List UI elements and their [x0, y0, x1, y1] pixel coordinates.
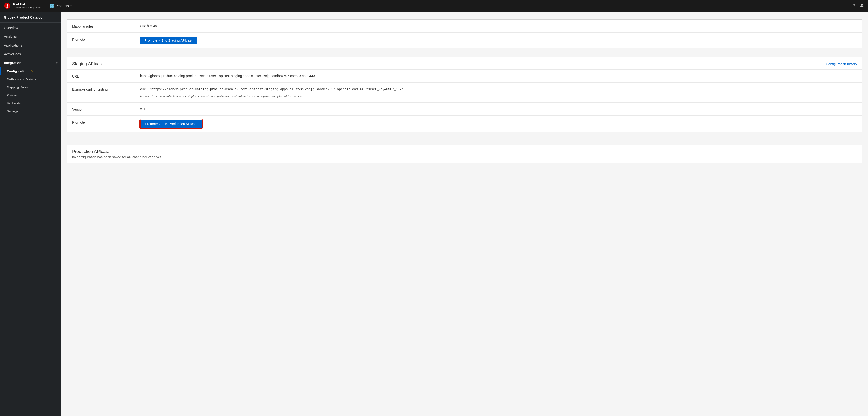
sidebar-item-applications[interactable]: Applications › — [0, 41, 61, 50]
sidebar-item-overview[interactable]: Overview — [0, 24, 61, 32]
production-apicast-panel: Production APIcast no configuration has … — [67, 145, 862, 163]
layout: Globex Product Catalog Overview Analytic… — [0, 12, 868, 416]
promote-staging-section: Promote Promote v. 2 to Staging APIcast — [67, 33, 862, 48]
url-label: URL — [72, 73, 140, 78]
staging-apicast-panel: Staging APIcast Configuration history UR… — [67, 57, 862, 132]
top-navigation: Red Hat 3scale API Management Products ▾… — [0, 0, 868, 12]
sidebar-product-name: Globex Product Catalog — [0, 12, 61, 23]
sidebar-item-activedocs[interactable]: ActiveDocs — [0, 50, 61, 59]
top-panel: Mapping rules / => hits.45 Promote Promo… — [67, 20, 862, 48]
promote-staging-button[interactable]: Promote v. 2 to Staging APIcast — [140, 37, 196, 44]
mapping-rules-section: Mapping rules / => hits.45 — [67, 20, 862, 33]
applications-chevron: › — [57, 44, 57, 47]
nav-left: Red Hat 3scale API Management Products ▾ — [4, 2, 72, 9]
sidebar-item-integration[interactable]: Integration ▾ — [0, 59, 61, 67]
production-note: no configuration has been saved for APIc… — [72, 155, 857, 159]
svg-rect-3 — [50, 6, 52, 7]
user-icon[interactable] — [860, 3, 864, 8]
sidebar: Globex Product Catalog Overview Analytic… — [0, 12, 61, 416]
nav-right: ? — [853, 3, 864, 8]
mapping-rules-value: / => hits.45 — [140, 24, 857, 29]
curl-label: Example curl for testing — [72, 86, 140, 92]
sidebar-section-main: Overview Analytics › Applications › Acti… — [0, 24, 61, 115]
sidebar-item-mapping-rules[interactable]: Mapping Rules — [0, 83, 61, 91]
brand: Red Hat 3scale API Management — [4, 2, 42, 9]
promote-production-button[interactable]: Promote v. 1 to Production APIcast — [140, 119, 202, 128]
svg-rect-1 — [50, 4, 52, 6]
help-icon[interactable]: ? — [853, 4, 855, 8]
production-panel-header: Production APIcast no configuration has … — [67, 145, 862, 163]
redhat-logo — [4, 2, 11, 9]
sidebar-item-analytics[interactable]: Analytics › — [0, 32, 61, 41]
brand-text: Red Hat 3scale API Management — [13, 2, 42, 9]
svg-point-5 — [861, 4, 863, 6]
product-name: 3scale API Management — [13, 6, 42, 9]
promote-production-action: Promote v. 1 to Production APIcast — [140, 119, 857, 128]
products-label: Products — [55, 4, 69, 8]
config-history-link[interactable]: Configuration history — [826, 62, 857, 66]
integration-chevron: ▾ — [56, 62, 57, 64]
company-name: Red Hat — [13, 2, 42, 6]
curl-value-container: curl "https://globex-product-catalog-pro… — [140, 86, 857, 98]
cube-icon — [50, 4, 54, 8]
promote-staging-action: Promote v. 2 to Staging APIcast — [140, 37, 857, 44]
products-chevron: ▾ — [70, 5, 72, 7]
products-nav[interactable]: Products ▾ — [50, 4, 71, 8]
version-section: Version v. 1 — [67, 103, 862, 116]
sidebar-item-settings[interactable]: Settings — [0, 107, 61, 115]
sidebar-item-methods-metrics[interactable]: Methods and Metrics — [0, 75, 61, 83]
sidebar-item-configuration[interactable]: Configuration ⚠ — [0, 67, 61, 75]
nav-divider — [46, 3, 46, 9]
promote-production-label: Promote — [72, 119, 140, 125]
connector-bottom — [67, 136, 862, 141]
connector-top — [67, 48, 862, 53]
curl-section: Example curl for testing curl "https://g… — [67, 83, 862, 103]
svg-rect-4 — [52, 6, 54, 7]
main-content: Mapping rules / => hits.45 Promote Promo… — [61, 12, 868, 416]
sidebar-item-backends[interactable]: Backends — [0, 99, 61, 107]
url-section: URL https://globex-product-catalog-produ… — [67, 70, 862, 83]
analytics-chevron: › — [57, 35, 57, 38]
production-panel-title: Production APIcast — [72, 149, 857, 154]
promote-production-section: Promote Promote v. 1 to Production APIca… — [67, 116, 862, 132]
version-value: v. 1 — [140, 106, 857, 111]
sidebar-item-policies[interactable]: Policies — [0, 91, 61, 99]
version-label: Version — [72, 106, 140, 111]
staging-panel-header: Staging APIcast Configuration history — [67, 58, 862, 70]
curl-value: curl "https://globex-product-catalog-pro… — [140, 88, 403, 91]
svg-rect-2 — [52, 4, 54, 6]
staging-panel-title: Staging APIcast — [72, 61, 103, 66]
curl-note: In order to send a valid test request, p… — [140, 94, 857, 99]
mapping-rules-label: Mapping rules — [72, 24, 140, 28]
promote-staging-label: Promote — [72, 37, 140, 41]
warning-icon: ⚠ — [30, 69, 33, 73]
url-value: https://globex-product-catalog-product-3… — [140, 73, 857, 78]
